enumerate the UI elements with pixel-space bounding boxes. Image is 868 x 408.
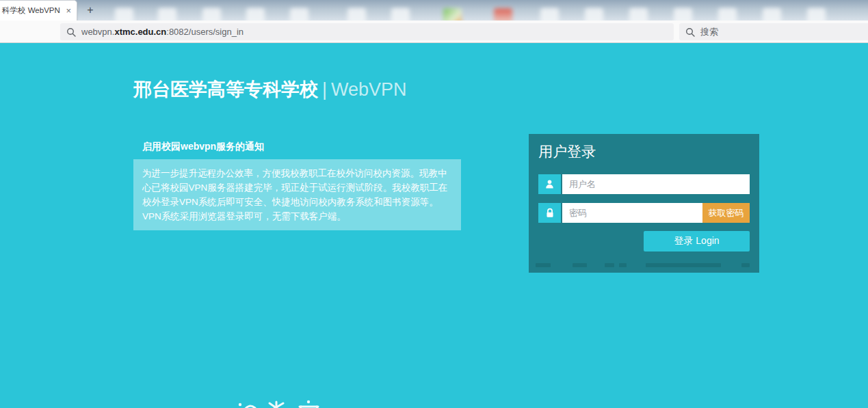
tab-bar: 科学校 WebVPN × + — [0, 0, 868, 21]
notice-section: 启用校园webvpn服务的通知 为进一步提升远程办公效率，方便我校教职工在校外访… — [133, 134, 462, 230]
search-icon — [685, 27, 695, 37]
notice-body: 为进一步提升远程办公效率，方便我校教职工在校外访问校内资源。现教中心已将校园VP… — [133, 159, 461, 230]
navigation-bar: webvpn.xtmc.edu.cn:8082/users/sign_in 搜索 — [0, 21, 868, 43]
webvpn-page: 邢台医学高等专科学校|WebVPN 启用校园webvpn服务的通知 为进一步提升… — [0, 43, 868, 408]
new-tab-button[interactable]: + — [83, 3, 98, 18]
username-input[interactable] — [562, 174, 750, 194]
password-row: 获取密码 — [538, 203, 750, 223]
desktop-icon-blur — [718, 8, 737, 21]
page-title: 邢台医学高等专科学校|WebVPN — [133, 77, 407, 102]
password-input[interactable] — [562, 203, 702, 223]
login-button-row: 登录 Login — [538, 231, 750, 251]
desktop-icon-blur — [202, 8, 221, 21]
desktop-icon-blur — [674, 8, 692, 21]
notice-paragraph: VPN系统采用浏览器登录即可，无需下载客户端。 — [142, 209, 452, 223]
title-separator: | — [318, 79, 331, 100]
browser-tab-webvpn[interactable]: 科学校 WebVPN × — [0, 0, 77, 21]
desktop-icon-blur — [585, 8, 603, 21]
desktop-icon-blur — [540, 8, 559, 21]
browser-window: 科学校 WebVPN × + webvpn.xtmc.edu.cn:8082/u… — [0, 0, 868, 408]
desktop-icon-blur — [290, 8, 308, 21]
desktop-icon-blur — [763, 8, 781, 21]
tab-title: 科学校 WebVPN — [0, 5, 63, 16]
address-bar[interactable]: webvpn.xtmc.edu.cn:8082/users/sign_in — [60, 23, 674, 40]
search-bar[interactable]: 搜索 — [679, 23, 868, 40]
url-text: webvpn.xtmc.edu.cn:8082/users/sign_in — [81, 27, 244, 37]
desktop-icon-blur — [347, 8, 366, 21]
url-domain: xtmc.edu.cn — [114, 27, 166, 37]
url-suffix: :8082/users/sign_in — [166, 27, 244, 37]
desktop-icon-blur — [115, 8, 133, 21]
panel-footer-faint-marks — [538, 263, 750, 267]
username-row — [538, 174, 750, 194]
desktop-icon-blur — [158, 8, 176, 21]
desktop-icon-blur — [629, 8, 648, 21]
title-webvpn: WebVPN — [331, 79, 407, 100]
lock-icon — [538, 203, 561, 223]
search-icon — [66, 27, 76, 37]
url-prefix: webvpn. — [81, 27, 114, 37]
login-panel: 用户登录 获取密码 — [529, 134, 759, 273]
notice-paragraph: 为进一步提升远程办公效率，方便我校教职工在校外访问校内资源。现教中心已将校园VP… — [142, 166, 452, 209]
login-title: 用户登录 — [538, 141, 750, 163]
tab-close-icon[interactable]: × — [63, 5, 77, 16]
notice-title: 启用校园webvpn服务的通知 — [133, 134, 462, 159]
desktop-icon-blur — [807, 8, 826, 21]
desktop-icon-blur — [443, 8, 462, 21]
desktop-icon-blur — [391, 8, 410, 21]
get-password-button[interactable]: 获取密码 — [702, 203, 750, 223]
school-name: 邢台医学高等专科学校 — [133, 79, 318, 100]
search-placeholder: 搜索 — [700, 26, 718, 38]
user-icon — [538, 174, 561, 194]
desktop-icon-blur — [494, 8, 512, 21]
footer-watermark-partial — [231, 399, 327, 408]
login-button[interactable]: 登录 Login — [644, 231, 750, 251]
desktop-icon-blur — [246, 8, 265, 21]
